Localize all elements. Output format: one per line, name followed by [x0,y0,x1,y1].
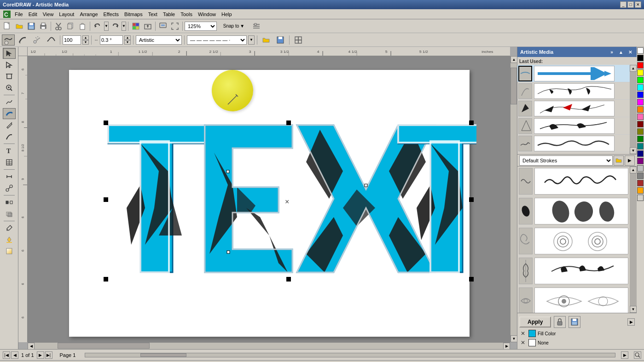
am-apply-button[interactable]: Apply [519,316,551,328]
color-swatch-yellow[interactable] [637,69,644,76]
stroke-thumb-5[interactable] [518,136,532,151]
zoom-select[interactable]: 125% 100% 150% 75% [185,22,217,31]
am-panel-restore[interactable]: ▲ [617,48,625,56]
color-swatch-darkgreen[interactable] [637,136,644,142]
am-bottom-scroll-up[interactable]: ▲ [630,167,637,173]
color-swatch-purple[interactable] [637,158,644,164]
minimize-btn[interactable]: _ [620,1,627,8]
color-swatch-olive[interactable] [637,128,644,135]
stroke-thumb-b3[interactable] [519,228,533,254]
scroll-up-btn[interactable]: ▲ [511,56,517,63]
stroke-folder-btn[interactable] [260,34,273,46]
color-swatch-black[interactable] [637,55,644,61]
text-tool[interactable]: T [3,145,16,156]
color-swatch-navy[interactable] [637,150,644,157]
stroke-preview-1[interactable] [534,66,615,81]
color-swatch-pink[interactable] [637,114,644,120]
menu-table[interactable]: Table [160,11,178,18]
menu-file[interactable]: File [12,11,26,18]
smoothing-down[interactable]: ▼ [82,40,89,45]
stroke-thumb-b1[interactable] [519,168,533,195]
undo-btn[interactable] [92,21,103,32]
scroll-track-v[interactable] [511,63,517,335]
calligraphy-mode-btn[interactable] [16,34,29,46]
stroke-preview-b1[interactable] [534,168,628,195]
print-btn[interactable] [38,21,49,32]
menu-help[interactable]: Help [219,11,235,18]
stroke-row-b2[interactable] [517,196,630,226]
open-btn[interactable] [14,21,25,32]
menu-edit[interactable]: Edit [26,11,40,18]
crop-tool[interactable] [3,71,16,82]
fill-tool[interactable] [3,234,16,245]
preset-mode-btn[interactable] [2,34,15,46]
stroke-style-select[interactable]: — — — — — — · ———————— - - - - - - - - ·… [187,35,247,45]
am-stroke-category-select[interactable]: Default Strokes Artistic Brushes Custom … [519,155,613,166]
am-panel-expand-right[interactable]: ▶ [627,318,635,326]
redo-dropdown[interactable]: ▼ [122,22,126,31]
menu-layout[interactable]: Layout [56,11,77,18]
am-stroke-folder-btn[interactable] [614,155,624,166]
am-top-scroll[interactable]: ▲ ▼ [630,65,637,154]
scrollbar-bottom[interactable]: ◀ ▶ [28,342,510,349]
snap-dropdown-btn[interactable]: Snap to ▼ [218,21,250,32]
zoom-indicator-btn[interactable] [634,351,641,359]
eyedropper-tool[interactable] [3,223,16,234]
menu-view[interactable]: View [40,11,57,18]
color-swatch-cyan[interactable] [637,84,644,91]
fidelity-input[interactable] [100,35,123,45]
interactive-fill-tool[interactable] [3,246,16,257]
table-tool[interactable] [3,157,16,168]
h-scroll-bar[interactable] [85,353,615,357]
am-top-scroll-track[interactable] [630,72,637,147]
am-save-stroke-btn[interactable] [569,316,580,328]
fidelity-spin[interactable]: ▲ ▼ [124,35,131,45]
artistic-mode-select[interactable]: Artistic Calligraphy Pressure Spray [136,35,182,45]
am-top-scroll-up[interactable]: ▲ [630,65,637,72]
calligraphy-tool[interactable] [3,131,16,142]
page-next-btn[interactable]: ▶ [37,351,44,359]
save-btn[interactable] [26,21,37,32]
smoothing-input[interactable] [63,35,81,45]
color-swatch-red[interactable] [637,62,644,69]
stroke-row-b3[interactable] [517,226,630,256]
stroke-save-btn[interactable] [274,34,287,46]
stroke-thumb-4[interactable] [518,118,532,134]
am-panel-close[interactable]: ✕ [627,48,634,56]
canvas-viewport[interactable]: × [28,56,510,342]
color-swatch-silver[interactable] [637,165,644,172]
object-props-btn[interactable] [292,34,305,46]
menu-bitmaps[interactable]: Bitmaps [122,11,145,18]
scroll-right-btn[interactable]: ▶ [503,343,510,349]
maximize-btn[interactable]: □ [627,1,634,8]
color-swatch-lt-gray[interactable] [637,195,644,201]
shape-edit-tool[interactable] [3,59,16,70]
stroke-preview-3[interactable] [534,101,615,116]
smoothing-spin[interactable]: ▲ ▼ [82,35,89,45]
stroke-preview-b3[interactable] [534,228,628,254]
undo-dropdown[interactable]: ▼ [104,22,109,31]
stroke-style-dropdown[interactable]: ▼ [248,35,255,45]
stroke-preview-b5[interactable] [534,287,628,313]
color-swatch-gray[interactable] [637,172,644,179]
dimension-tool[interactable] [3,171,16,182]
pen-tool[interactable] [3,120,16,131]
scroll-left-btn[interactable]: ◀ [28,343,35,349]
color-swatch-brown[interactable] [637,180,644,186]
color-swatch-magenta[interactable] [637,99,644,105]
menu-effects[interactable]: Effects [101,11,122,18]
scroll-thumb-h[interactable] [58,343,150,349]
stroke-thumb-2[interactable] [518,83,532,99]
color-swatch-maroon[interactable] [637,121,644,127]
stroke-preview-4[interactable] [534,118,615,134]
connector-tool[interactable] [3,183,16,194]
redo-btn[interactable] [110,21,121,32]
new-btn[interactable] [2,21,13,32]
stroke-row-4[interactable] [517,117,630,135]
fidelity-up[interactable]: ▲ [124,35,131,40]
transparency-tool[interactable] [3,208,16,219]
am-top-scroll-down[interactable]: ▼ [630,147,637,154]
fidelity-down[interactable]: ▼ [124,40,131,45]
page-expand-btn[interactable]: ▶ [621,351,628,359]
page-label-tab[interactable]: Page 1 [56,352,80,358]
